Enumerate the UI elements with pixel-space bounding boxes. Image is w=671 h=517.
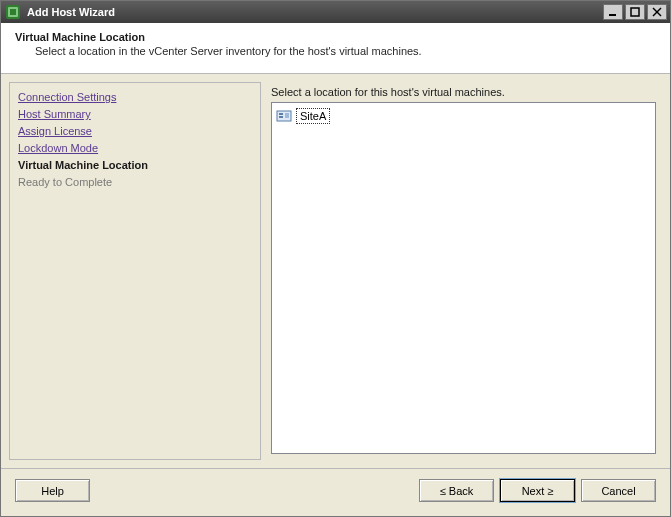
tree-item-datacenter[interactable]: SiteA [276,107,330,125]
footer-right-buttons: ≤ Back Next ≥ Cancel [419,479,656,502]
maximize-button[interactable] [625,4,645,20]
wizard-footer: Help ≤ Back Next ≥ Cancel [1,468,670,516]
step-assign-license[interactable]: Assign License [18,123,252,139]
svg-rect-9 [279,116,283,118]
step-connection-settings[interactable]: Connection Settings [18,89,252,105]
selection-prompt: Select a location for this host's virtua… [271,86,656,98]
step-lockdown-mode[interactable]: Lockdown Mode [18,140,252,156]
app-icon [5,4,21,20]
step-vm-location: Virtual Machine Location [18,157,252,173]
window-controls [603,4,667,20]
page-subtitle: Select a location in the vCenter Server … [35,45,656,57]
window-title: Add Host Wizard [27,6,603,18]
close-button[interactable] [647,4,667,20]
cancel-button[interactable]: Cancel [581,479,656,502]
svg-rect-8 [279,113,283,115]
next-button[interactable]: Next ≥ [500,479,575,502]
wizard-steps: Connection Settings Host Summary Assign … [9,82,261,460]
minimize-button[interactable] [603,4,623,20]
svg-rect-4 [631,8,639,16]
wizard-header: Virtual Machine Location Select a locati… [1,23,670,74]
tree-item-label: SiteA [296,108,330,124]
svg-rect-2 [10,9,16,15]
wizard-window: Add Host Wizard Virtual Machine Location… [0,0,671,517]
titlebar: Add Host Wizard [1,1,670,23]
wizard-body: Connection Settings Host Summary Assign … [1,74,670,468]
help-button[interactable]: Help [15,479,90,502]
page-title: Virtual Machine Location [15,31,656,43]
datacenter-icon [276,108,292,124]
svg-rect-10 [285,113,289,118]
back-button[interactable]: ≤ Back [419,479,494,502]
step-ready-to-complete: Ready to Complete [18,174,252,190]
location-tree[interactable]: SiteA [271,102,656,454]
main-panel: Select a location for this host's virtua… [261,82,662,460]
step-host-summary[interactable]: Host Summary [18,106,252,122]
